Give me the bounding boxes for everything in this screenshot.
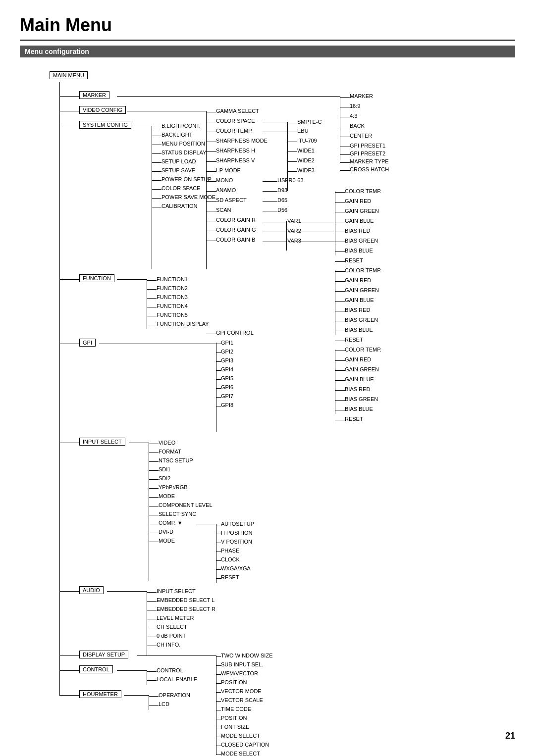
page-title: Main Menu	[20, 15, 515, 36]
marker-lbl: MARKER	[350, 93, 373, 99]
main-menu-box: MAIN MENU	[50, 71, 88, 79]
display-setup-box: DISPLAY SETUP	[79, 651, 128, 658]
input-select-box: INPUT SELECT	[79, 438, 125, 446]
function-box: FUNCTION	[79, 274, 114, 282]
system-config-box: SYSTEM CONFIG	[79, 121, 131, 129]
video-config-box: VIDEO CONFIG	[79, 106, 126, 114]
page-number: 21	[505, 731, 515, 741]
audio-box: AUDIO	[79, 586, 104, 594]
section-header: Menu configuration	[20, 46, 515, 57]
control-box: CONTROL	[79, 665, 113, 673]
marker-box: MARKER	[79, 91, 109, 99]
menu-diagram: MAIN MENU MARKER MARKER 16:9 4:3 BACK CE…	[20, 66, 515, 735]
gpi-box: GPI	[79, 339, 96, 347]
hourmeter-box: HOURMETER	[79, 690, 121, 698]
